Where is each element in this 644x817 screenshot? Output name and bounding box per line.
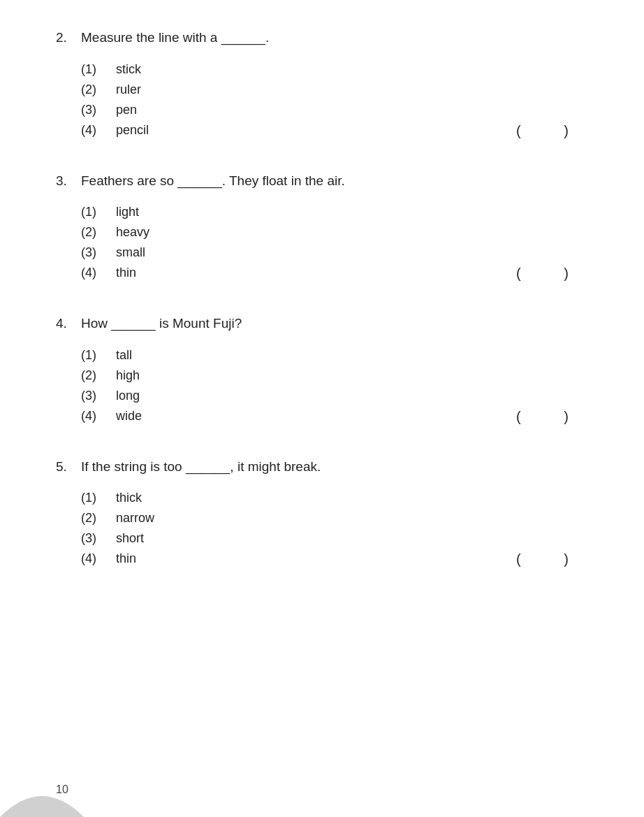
answer-bracket: ( ) (516, 409, 588, 425)
option-text: heavy (116, 225, 588, 240)
option-number: (1) (81, 348, 116, 363)
option-text: long (116, 389, 588, 403)
option-text: pen (116, 103, 588, 117)
answer-bracket: ( ) (516, 123, 588, 139)
answer-bracket: ( ) (516, 551, 588, 567)
option-number: (1) (81, 62, 116, 77)
question-3-number: 3. (56, 171, 81, 191)
option-number: (4) (81, 123, 116, 138)
list-item: (2) high (81, 368, 588, 383)
option-number: (3) (81, 389, 116, 403)
answer-bracket: ( ) (516, 266, 588, 282)
question-5-number: 5. (56, 457, 81, 477)
question-3-stem: 3. Feathers are so ______. They float in… (56, 171, 588, 191)
option-number: (4) (81, 266, 116, 280)
question-4-text: How ______ is Mount Fuji? (81, 314, 588, 334)
list-item: (3) small (81, 245, 588, 260)
list-item: (3) long (81, 389, 588, 403)
option-text: tall (116, 348, 588, 363)
option-number: (2) (81, 511, 116, 526)
list-item: (4) thin ( ) (81, 266, 588, 280)
option-number: (2) (81, 225, 116, 240)
option-number: (1) (81, 491, 116, 505)
option-number: (3) (81, 245, 116, 260)
question-2-options: (1) stick (2) ruler (3) pen (4) pencil (… (81, 62, 588, 138)
list-item: (2) ruler (81, 82, 588, 97)
option-text: high (116, 368, 588, 383)
question-3: 3. Feathers are so ______. They float in… (56, 171, 588, 281)
option-text: ruler (116, 82, 588, 97)
question-5: 5. If the string is too ______, it might… (56, 457, 588, 567)
list-item: (1) tall (81, 348, 588, 363)
option-text: stick (116, 62, 588, 77)
list-item: (1) thick (81, 491, 588, 505)
question-5-text: If the string is too ______, it might br… (81, 457, 588, 477)
list-item: (4) pencil ( ) (81, 123, 588, 138)
question-4-number: 4. (56, 314, 81, 334)
corner-decoration (0, 733, 84, 817)
question-3-options: (1) light (2) heavy (3) small (4) thin (… (81, 205, 588, 280)
list-item: (3) pen (81, 103, 588, 117)
option-text: short (116, 531, 588, 546)
question-2: 2. Measure the line with a ______. (1) s… (56, 28, 588, 138)
list-item: (2) narrow (81, 511, 588, 526)
option-number: (3) (81, 103, 116, 117)
question-4-stem: 4. How ______ is Mount Fuji? (56, 314, 588, 334)
option-number: (2) (81, 368, 116, 383)
question-2-text: Measure the line with a ______. (81, 28, 588, 48)
question-2-stem: 2. Measure the line with a ______. (56, 28, 588, 48)
option-text: light (116, 205, 588, 219)
list-item: (4) wide ( ) (81, 409, 588, 424)
option-number: (2) (81, 82, 116, 97)
page: 2. Measure the line with a ______. (1) s… (0, 0, 644, 817)
option-text: small (116, 245, 588, 260)
question-4-options: (1) tall (2) high (3) long (4) wide ( ) (81, 348, 588, 424)
question-3-text: Feathers are so ______. They float in th… (81, 171, 588, 191)
list-item: (4) thin ( ) (81, 551, 588, 566)
question-2-number: 2. (56, 28, 81, 48)
option-text: thick (116, 491, 588, 505)
option-number: (3) (81, 531, 116, 546)
question-5-stem: 5. If the string is too ______, it might… (56, 457, 588, 477)
option-text: narrow (116, 511, 588, 526)
list-item: (1) stick (81, 62, 588, 77)
option-number: (4) (81, 409, 116, 424)
option-number: (1) (81, 205, 116, 219)
list-item: (1) light (81, 205, 588, 219)
option-number: (4) (81, 551, 116, 566)
question-4: 4. How ______ is Mount Fuji? (1) tall (2… (56, 314, 588, 424)
list-item: (3) short (81, 531, 588, 546)
question-5-options: (1) thick (2) narrow (3) short (4) thin … (81, 491, 588, 566)
list-item: (2) heavy (81, 225, 588, 240)
